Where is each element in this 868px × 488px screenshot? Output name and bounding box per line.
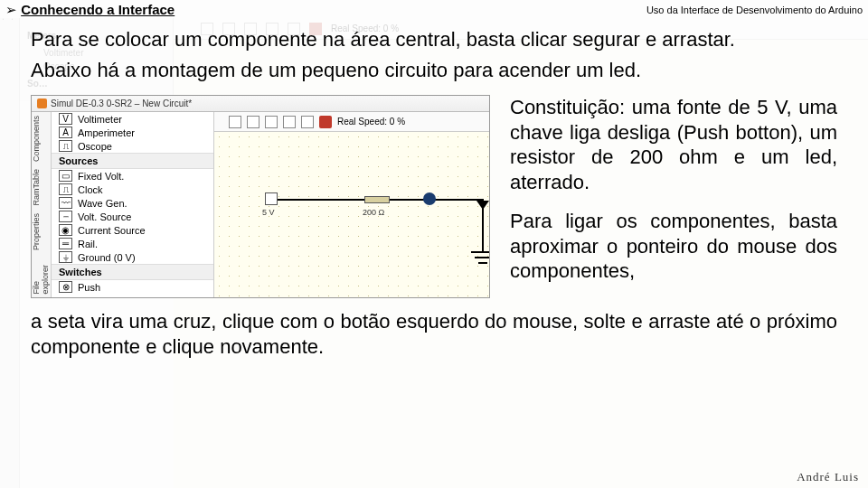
window-titlebar: Simul DE-0.3 0-SR2 – New Circuit* xyxy=(32,96,489,112)
volt-source-icon: ⎓ xyxy=(59,211,72,222)
slide-header: ➢ Conhecendo a Interface Uso da Interfac… xyxy=(0,0,868,22)
bullet-icon: ➢ xyxy=(5,2,17,17)
fixed-volt-icon: ▭ xyxy=(59,170,72,182)
slide-subtitle: Uso da Interface de Desenvolvimento do A… xyxy=(646,5,863,15)
push-icon: ⊗ xyxy=(59,281,72,293)
list-item[interactable]: ⎓Volt. Source xyxy=(52,210,213,223)
list-item[interactable]: ◉Current Source xyxy=(52,223,213,237)
circuit-canvas[interactable]: 5 V 200 Ω xyxy=(214,132,489,297)
window-title: Simul DE-0.3 0-SR2 – New Circuit* xyxy=(51,99,192,108)
app-icon xyxy=(37,99,47,108)
section-sources: Sources xyxy=(52,153,213,169)
paragraph-1: Para se colocar um componente na área ce… xyxy=(31,27,837,52)
ground-icon: ⏚ xyxy=(59,251,72,263)
tab-components[interactable]: Components xyxy=(32,112,51,165)
speed-label: Real Speed: 0 % xyxy=(337,117,405,127)
list-item[interactable]: AAmperimeter xyxy=(52,126,213,139)
amperimeter-icon: A xyxy=(59,127,72,138)
list-item[interactable]: ⊗Push xyxy=(52,280,213,294)
list-item[interactable]: 〰Wave Gen. xyxy=(52,196,213,210)
push-button[interactable] xyxy=(265,192,278,205)
clock-icon: ⎍ xyxy=(59,183,72,195)
paragraph-4: Para ligar os componentes, basta aproxim… xyxy=(510,209,837,284)
ground-icon xyxy=(476,201,489,210)
list-item[interactable]: ═Rail. xyxy=(52,237,213,250)
simulator-screenshot: Simul DE-0.3 0-SR2 – New Circuit* Compon… xyxy=(31,95,490,298)
toolbar-icon[interactable] xyxy=(301,116,314,128)
tab-ramtable[interactable]: RamTable xyxy=(32,165,51,210)
toolbar-icon[interactable] xyxy=(229,116,241,128)
voltimeter-icon: V xyxy=(59,113,72,125)
author-footer: André Luis xyxy=(797,470,859,484)
paragraph-2: Abaixo há a montagem de um pequeno circu… xyxy=(31,58,837,83)
paragraph-3: Constituição: uma fonte de 5 V, uma chav… xyxy=(510,95,837,194)
side-tabs: Components RamTable Properties File expl… xyxy=(32,112,52,297)
toolbar-icon[interactable] xyxy=(283,116,296,128)
list-item[interactable]: ⎍Clock xyxy=(52,183,213,196)
tab-properties[interactable]: Properties xyxy=(32,210,51,254)
section-switches: Switches xyxy=(52,264,213,280)
oscope-icon: ⎍ xyxy=(59,140,72,152)
list-item[interactable]: ⏚Ground (0 V) xyxy=(52,250,213,264)
wave-gen-icon: 〰 xyxy=(59,197,72,209)
paragraph-5: a seta vira uma cruz, clique com o botão… xyxy=(31,309,837,359)
voltage-label: 5 V xyxy=(262,208,275,217)
rail-icon: ═ xyxy=(59,238,72,249)
current-source-icon: ◉ xyxy=(59,224,72,236)
resistor[interactable] xyxy=(364,196,390,203)
toolbar-icon[interactable] xyxy=(247,116,259,128)
component-palette: VVoltimeter AAmperimeter ⎍Oscope Sources… xyxy=(52,112,214,297)
toolbar-icon[interactable] xyxy=(265,116,278,128)
list-item[interactable]: ⎍Oscope xyxy=(52,139,213,153)
slide-title: Conhecendo a Interface xyxy=(21,2,175,17)
led[interactable] xyxy=(423,192,436,205)
power-button[interactable] xyxy=(319,116,332,128)
list-item[interactable]: ▭Fixed Volt. xyxy=(52,169,213,183)
tab-file-explorer[interactable]: File explorer xyxy=(32,254,51,297)
resistor-label: 200 Ω xyxy=(363,208,384,217)
list-item[interactable]: VVoltimeter xyxy=(52,112,213,126)
canvas-toolbar: Real Speed: 0 % xyxy=(214,112,489,132)
